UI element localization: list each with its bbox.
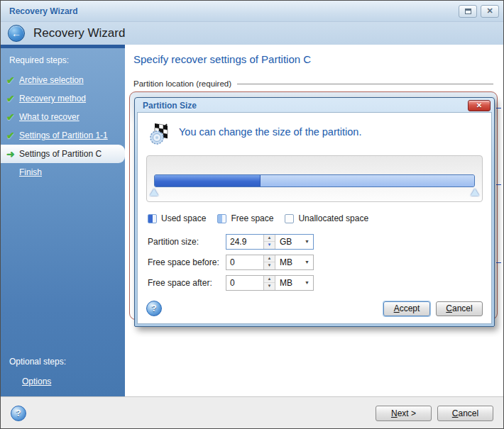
field-label: Partition size: [148, 237, 226, 247]
sidebar-step-settings-partition-1-1[interactable]: ✔ Settings of Partition 1-1 [1, 126, 125, 145]
obscured-link-fragment[interactable] [496, 256, 501, 263]
chevron-down-icon: ▼ [305, 280, 313, 285]
free-space-after-spinner[interactable]: ▲ ▼ [263, 276, 275, 290]
sidebar-step-archive-selection[interactable]: ✔ Archive selection [1, 71, 125, 89]
window-close-button[interactable]: ✕ [481, 5, 499, 18]
sidebar-step-options[interactable]: Options [1, 372, 125, 391]
legend-unallocated-space: Unallocated space [285, 213, 368, 223]
used-space-swatch-icon [148, 214, 157, 223]
recovery-wizard-window: Recovery Wizard ✕ ← Recovery Wizard Requ… [0, 0, 504, 429]
partition-flag-icon [148, 121, 172, 145]
free-space-before-unit-dropdown[interactable]: MB ▼ [275, 255, 313, 269]
page-title: Specify recover settings of Partition C [133, 53, 503, 65]
sidebar-step-settings-partition-c[interactable]: ➜ Settings of Partition C [1, 145, 125, 163]
space-legend: Used space Free space Unallocated space [148, 213, 481, 223]
obscured-link-fragment[interactable] [496, 178, 501, 185]
legend-used-space: Used space [148, 213, 206, 223]
field-label: Free space before: [148, 257, 226, 267]
required-steps-label: Required steps: [1, 48, 125, 71]
dialog-footer: ? Accept Cancel [138, 295, 491, 323]
step-label: Settings of Partition C [19, 149, 102, 159]
restore-button[interactable] [459, 5, 477, 18]
unit-label: MB [275, 278, 305, 288]
chevron-down-icon: ▼ [305, 239, 313, 244]
dialog-title: Partition Size [143, 101, 468, 111]
free-space-after-unit-dropdown[interactable]: MB ▼ [275, 276, 313, 290]
wizard-title: Recovery Wizard [33, 26, 125, 40]
slider-used-segment [155, 175, 261, 186]
close-icon: ✕ [486, 7, 493, 15]
back-button[interactable]: ← [8, 25, 25, 42]
unallocated-space-swatch-icon [285, 214, 294, 223]
step-label: What to recover [19, 112, 80, 122]
sidebar-step-recovery-method[interactable]: ✔ Recovery method [1, 89, 125, 108]
dialog-cancel-button[interactable]: Cancel [436, 301, 483, 316]
spin-down-icon[interactable]: ▼ [264, 241, 275, 249]
button-label: ancel [458, 408, 478, 418]
restore-icon [465, 9, 471, 14]
partition-size-value[interactable]: 24.9 [226, 235, 263, 249]
free-space-after-row: Free space after: 0 ▲ ▼ MB ▼ [148, 274, 481, 291]
slider-free-segment [261, 175, 475, 186]
sidebar-step-what-to-recover[interactable]: ✔ What to recover [1, 108, 125, 126]
step-label: Recovery method [19, 94, 86, 104]
wizard-cancel-button[interactable]: Cancel [437, 406, 493, 421]
partition-size-row: Partition size: 24.9 ▲ ▼ GB ▼ [148, 233, 481, 250]
obscured-link-fragment[interactable] [496, 101, 501, 108]
spin-down-icon[interactable]: ▼ [264, 262, 275, 269]
accept-button[interactable]: Accept [383, 301, 430, 316]
legend-free-space: Free space [217, 213, 273, 223]
partition-size-slider-panel [146, 155, 483, 202]
slider-right-handle[interactable] [471, 189, 479, 196]
section-label: Partition location (required) [133, 79, 231, 88]
free-space-before-spinner[interactable]: ▲ ▼ [263, 255, 275, 269]
free-space-before-value[interactable]: 0 [226, 255, 263, 269]
free-space-after-value[interactable]: 0 [226, 276, 263, 290]
wizard-help-button[interactable]: ? [11, 406, 26, 421]
free-space-swatch-icon [217, 214, 226, 223]
spin-up-icon[interactable]: ▲ [264, 276, 275, 283]
window-title: Recovery Wizard [9, 6, 455, 16]
legend-label: Free space [231, 213, 273, 223]
wizard-body: Required steps: ✔ Archive selection ✔ Re… [1, 45, 503, 396]
wizard-footer: ? Next > Cancel [1, 396, 503, 429]
dialog-close-button[interactable]: ✕ [468, 100, 491, 111]
step-label: Archive selection [19, 75, 84, 85]
question-icon: ? [151, 303, 156, 313]
button-label: ext > [398, 408, 416, 418]
free-space-after-input[interactable]: 0 ▲ ▼ MB ▼ [226, 275, 314, 291]
accesskey: N [391, 408, 398, 418]
step-label: Settings of Partition 1-1 [19, 130, 108, 140]
current-step-arrow-icon: ➜ [6, 148, 19, 160]
step-label: Options [22, 377, 51, 386]
accesskey: A [394, 303, 400, 313]
partition-size-input[interactable]: 24.9 ▲ ▼ GB ▼ [226, 234, 314, 250]
window-titlebar: Recovery Wizard ✕ [1, 1, 503, 22]
free-space-before-row: Free space before: 0 ▲ ▼ MB ▼ [148, 254, 481, 270]
legend-label: Unallocated space [298, 213, 368, 223]
partition-size-unit-dropdown[interactable]: GB ▼ [275, 235, 313, 249]
dialog-help-button[interactable]: ? [146, 301, 162, 316]
dialog-message-row: You can change the size of the partition… [138, 113, 491, 151]
spin-up-icon[interactable]: ▲ [264, 255, 275, 262]
sidebar-step-finish[interactable]: Finish [1, 163, 125, 182]
slider-left-handle[interactable] [150, 189, 158, 196]
next-button[interactable]: Next > [376, 406, 432, 421]
check-icon: ✔ [6, 130, 19, 141]
question-icon: ? [16, 408, 21, 418]
free-space-before-input[interactable]: 0 ▲ ▼ MB ▼ [226, 255, 314, 270]
wizard-header: ← Recovery Wizard [1, 22, 503, 45]
spin-up-icon[interactable]: ▲ [264, 235, 275, 242]
field-label: Free space after: [148, 278, 226, 288]
dialog-titlebar[interactable]: Partition Size ✕ [137, 98, 492, 112]
dialog-body: You can change the size of the partition… [137, 112, 492, 324]
dialog-message: You can change the size of the partition… [179, 126, 361, 138]
spin-down-icon[interactable]: ▼ [264, 282, 275, 290]
partition-size-spinner[interactable]: ▲ ▼ [263, 235, 275, 249]
legend-label: Used space [161, 213, 206, 223]
step-label: Finish [19, 167, 42, 177]
chevron-down-icon: ▼ [305, 260, 313, 264]
button-label: ccept [400, 303, 420, 313]
slider-track[interactable] [154, 174, 475, 187]
unit-label: MB [275, 257, 305, 267]
